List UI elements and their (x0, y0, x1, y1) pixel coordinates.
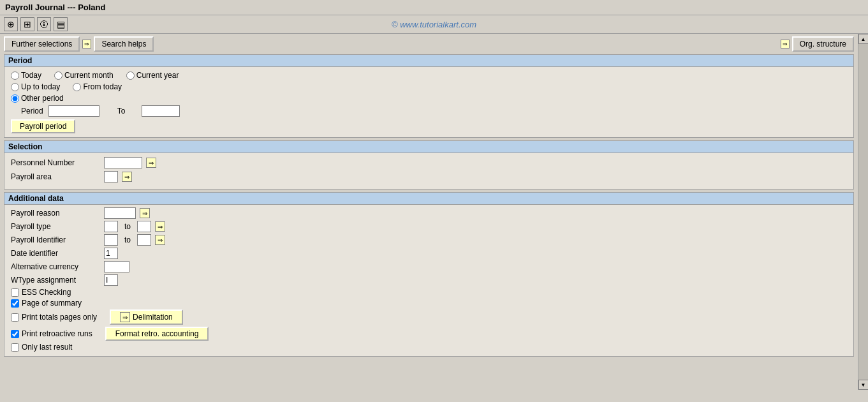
scrollbar: ▲ ▼ (858, 34, 868, 390)
period-radio-row-1: Today Current month Current year (11, 71, 847, 80)
payroll-type-row: Payroll type to ⇒ (11, 221, 847, 232)
radio-up-to-today[interactable]: Up to today (11, 82, 60, 91)
payroll-area-label: Payroll area (11, 172, 100, 181)
payroll-type-arrow[interactable]: ⇒ (155, 221, 165, 232)
period-section-header: Period (4, 55, 853, 67)
scroll-down-button[interactable]: ▼ (858, 380, 869, 390)
date-identifier-row: Date identifier (11, 248, 847, 259)
period-section: Period Today Current month Current year (4, 54, 854, 138)
payroll-identifier-to-input[interactable] (137, 234, 151, 246)
radio-other-period[interactable]: Other period (11, 94, 64, 103)
payroll-identifier-to-label: to (122, 235, 133, 244)
payroll-reason-row: Payroll reason ⇒ (11, 207, 847, 219)
radio-current-month[interactable]: Current month (54, 71, 114, 80)
to-label: To (105, 107, 136, 115)
wtype-assignment-row: WType assignment (11, 274, 847, 286)
selection-section-body: Personnel Number ⇒ Payroll area ⇒ (4, 153, 853, 189)
selection-section-header: Selection (4, 141, 853, 153)
print-retroactive-checkbox[interactable] (11, 330, 19, 338)
page-of-summary-label: Page of summary (22, 299, 82, 308)
content-area: Further selections ⇒ Search helps ⇒ Org.… (0, 34, 858, 390)
payroll-identifier-arrow[interactable]: ⇒ (155, 235, 165, 245)
print-retroactive-label: Print retroactive runs (22, 329, 92, 338)
only-last-result-label: Only last result (22, 343, 72, 352)
payroll-reason-arrow[interactable]: ⇒ (140, 208, 150, 218)
date-identifier-label: Date identifier (11, 249, 100, 258)
personnel-number-label: Personnel Number (11, 158, 100, 167)
search-helps-arrow-icon: ⇒ (82, 40, 91, 48)
payroll-period-button[interactable]: Payroll period (11, 119, 75, 133)
period-from-input[interactable] (48, 105, 99, 117)
additional-data-body: Payroll reason ⇒ Payroll type to ⇒ Payro… (4, 205, 853, 356)
personnel-number-input[interactable] (104, 157, 142, 168)
ess-checking-checkbox[interactable] (11, 288, 19, 297)
print-totals-checkbox[interactable] (11, 313, 19, 322)
period-radio-row-3: Other period (11, 94, 847, 103)
period-to-input[interactable] (142, 105, 180, 117)
org-structure-button[interactable]: Org. structure (792, 36, 854, 52)
additional-data-header: Additional data (4, 193, 853, 205)
scroll-up-button[interactable]: ▲ (858, 34, 869, 44)
payroll-reason-label: Payroll reason (11, 209, 100, 218)
toolbar-icon-3[interactable]: 🛈 (37, 17, 51, 31)
wtype-assignment-label: WType assignment (11, 276, 100, 285)
personnel-number-arrow[interactable]: ⇒ (146, 158, 156, 168)
only-last-result-row: Only last result (11, 343, 847, 352)
watermark: © www.tutorialkart.com (392, 20, 476, 29)
additional-data-section: Additional data Payroll reason ⇒ Payroll… (4, 192, 854, 357)
scroll-track[interactable] (858, 44, 869, 380)
alternative-currency-row: Alternative currency (11, 261, 847, 272)
toolbar-icon-2[interactable]: ⊞ (20, 17, 34, 31)
period-radio-row-2: Up to today From today (11, 82, 847, 91)
main-content: Further selections ⇒ Search helps ⇒ Org.… (0, 34, 868, 390)
radio-from-today[interactable]: From today (73, 82, 122, 91)
search-helps-button[interactable]: Search helps (94, 36, 154, 52)
wtype-assignment-input[interactable] (104, 274, 118, 286)
ess-checking-label: ESS Checking (22, 288, 71, 297)
payroll-type-from-input[interactable] (104, 221, 118, 232)
period-label: Period (11, 107, 43, 115)
period-section-body: Today Current month Current year (4, 67, 853, 137)
payroll-period-btn-row: Payroll period (11, 119, 847, 133)
toolbar-icon-1[interactable]: ⊕ (4, 17, 18, 31)
alternative-currency-label: Alternative currency (11, 262, 100, 271)
delimitation-button[interactable]: ⇒ Delimitation (110, 309, 183, 325)
org-structure-arrow-icon: ⇒ (781, 40, 790, 48)
payroll-reason-input[interactable] (104, 207, 136, 219)
page-of-summary-checkbox[interactable] (11, 299, 19, 308)
payroll-type-to-input[interactable] (137, 221, 151, 232)
payroll-identifier-label: Payroll Identifier (11, 235, 100, 244)
toolbar: ⊕ ⊞ 🛈 ▤ © www.tutorialkart.com (0, 15, 868, 34)
button-bar: Further selections ⇒ Search helps ⇒ Org.… (4, 36, 854, 52)
toolbar-icon-4[interactable]: ▤ (54, 17, 68, 31)
radio-current-year[interactable]: Current year (126, 71, 179, 80)
payroll-area-row: Payroll area ⇒ (11, 171, 847, 182)
payroll-area-input[interactable] (104, 171, 118, 182)
period-input-row: Period To (11, 105, 847, 117)
payroll-area-arrow[interactable]: ⇒ (122, 172, 132, 182)
date-identifier-input[interactable] (104, 248, 118, 259)
payroll-identifier-from-input[interactable] (104, 234, 118, 246)
page-title: Payroll Journal --- Poland (5, 3, 105, 12)
only-last-result-checkbox[interactable] (11, 343, 19, 352)
format-retro-button[interactable]: Format retro. accounting (105, 327, 209, 341)
radio-today[interactable]: Today (11, 71, 41, 80)
title-bar: Payroll Journal --- Poland (0, 0, 868, 15)
page-of-summary-row: Page of summary (11, 299, 847, 308)
print-totals-row: Print totals pages only (11, 313, 97, 322)
selection-section: Selection Personnel Number ⇒ Payroll are… (4, 140, 854, 190)
personnel-number-row: Personnel Number ⇒ (11, 157, 847, 168)
ess-checking-row: ESS Checking (11, 288, 847, 297)
further-selections-button[interactable]: Further selections (4, 36, 80, 52)
print-retroactive-row: Print retroactive runs (11, 329, 92, 338)
payroll-identifier-row: Payroll Identifier to ⇒ (11, 234, 847, 246)
print-totals-label: Print totals pages only (22, 313, 97, 322)
delimitation-arrow-icon: ⇒ (120, 312, 130, 322)
alternative-currency-input[interactable] (104, 261, 129, 272)
payroll-type-label: Payroll type (11, 222, 100, 231)
payroll-type-to-label: to (122, 222, 133, 231)
